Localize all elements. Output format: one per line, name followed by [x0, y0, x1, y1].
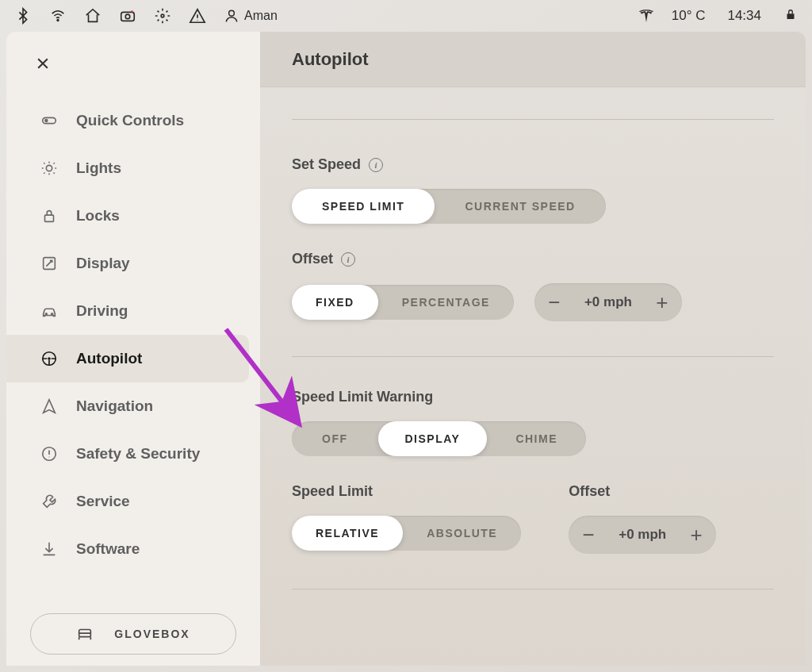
glovebox-button[interactable]: GLOVEBOX — [30, 613, 236, 655]
set-speed-label: Set Speed i — [292, 156, 774, 173]
sidebar-item-label: Autopilot — [76, 350, 142, 367]
info-icon[interactable]: i — [369, 158, 383, 172]
sidebar-item-safety-security[interactable]: Safety & Security — [6, 430, 249, 478]
svg-rect-1 — [121, 12, 135, 21]
section-divider — [292, 119, 774, 120]
offset2-minus-button[interactable]: − — [569, 516, 608, 554]
svg-rect-6 — [787, 13, 795, 19]
slw-option-off[interactable]: OFF — [292, 421, 378, 456]
offset-option-percentage[interactable]: PERCENTAGE — [378, 285, 514, 320]
offset2-stepper: − +0 mph + — [569, 516, 716, 554]
homelink-icon[interactable] — [84, 7, 102, 25]
navigation-icon — [40, 397, 59, 416]
svg-point-12 — [45, 313, 47, 315]
svg-point-5 — [229, 10, 235, 16]
wifi-icon[interactable] — [49, 7, 67, 25]
speed-limit-warning-label: Speed Limit Warning — [292, 389, 774, 405]
glovebox-label: GLOVEBOX — [114, 628, 190, 640]
close-button[interactable] — [25, 46, 60, 81]
speed-limit-option-relative[interactable]: RELATIVE — [292, 516, 403, 551]
svg-point-15 — [48, 357, 51, 360]
profile-button[interactable]: Aman — [224, 8, 278, 24]
sidebar-item-label: Lights — [76, 159, 121, 177]
alert-circle-icon — [40, 444, 59, 463]
svg-point-2 — [125, 14, 130, 19]
temperature-display: 10° C — [672, 8, 706, 24]
slw-option-display[interactable]: DISPLAY — [378, 421, 488, 456]
warning-icon[interactable] — [189, 7, 206, 25]
fan-icon[interactable] — [154, 7, 171, 25]
sidebar-item-locks[interactable]: Locks — [6, 192, 249, 240]
sidebar-item-label: Navigation — [76, 397, 153, 415]
display-icon — [40, 254, 59, 273]
offset-minus-button[interactable]: − — [534, 283, 574, 321]
sidebar-item-label: Quick Controls — [76, 112, 184, 129]
offset-stepper: − +0 mph + — [534, 283, 682, 321]
svg-point-9 — [46, 165, 52, 171]
set-speed-segment: SPEED LIMIT CURRENT SPEED — [292, 189, 606, 224]
offset-label: Offset i — [292, 251, 774, 267]
settings-window: Quick Controls Lights Locks Display Driv… — [6, 32, 806, 666]
info-icon[interactable]: i — [341, 252, 355, 267]
svg-point-8 — [44, 119, 48, 123]
offset-plus-button[interactable]: + — [642, 283, 682, 321]
speed-limit-segment: RELATIVE ABSOLUTE — [292, 516, 521, 551]
download-icon — [40, 540, 59, 559]
offset2-label: Offset — [569, 483, 716, 500]
sidebar-item-service[interactable]: Service — [6, 478, 249, 525]
toggle-icon — [40, 111, 59, 130]
svg-point-4 — [161, 14, 164, 17]
offset-option-fixed[interactable]: FIXED — [292, 285, 378, 320]
svg-point-0 — [57, 20, 59, 21]
set-speed-option-speed-limit[interactable]: SPEED LIMIT — [292, 189, 435, 224]
svg-point-3 — [131, 10, 133, 13]
sidebar-item-autopilot[interactable]: Autopilot — [6, 335, 249, 382]
settings-content: Autopilot Set Speed i SPEED LIMIT CURREN… — [260, 32, 806, 666]
sidebar-item-display[interactable]: Display — [6, 240, 249, 287]
sidebar-item-driving[interactable]: Driving — [6, 287, 249, 335]
tesla-logo-icon — [638, 6, 654, 25]
set-speed-option-current-speed[interactable]: CURRENT SPEED — [435, 189, 605, 224]
page-title: Autopilot — [260, 32, 806, 87]
lights-icon — [40, 159, 59, 178]
sidebar-item-quick-controls[interactable]: Quick Controls — [6, 97, 249, 144]
sidebar-item-software[interactable]: Software — [6, 525, 249, 573]
offset-type-segment: FIXED PERCENTAGE — [292, 285, 514, 320]
wrench-icon — [40, 492, 59, 511]
lock-icon — [40, 206, 59, 225]
speed-limit-option-absolute[interactable]: ABSOLUTE — [403, 516, 521, 551]
sidebar-item-lights[interactable]: Lights — [6, 144, 249, 192]
section-divider — [292, 589, 774, 589]
settings-sidebar: Quick Controls Lights Locks Display Driv… — [6, 32, 260, 666]
sidebar-item-label: Safety & Security — [76, 445, 200, 463]
offset-value: +0 mph — [574, 294, 642, 310]
time-display: 14:34 — [727, 8, 761, 24]
status-bar: Aman 10° C 14:34 — [0, 0, 812, 32]
svg-point-13 — [52, 313, 53, 315]
sidebar-item-navigation[interactable]: Navigation — [6, 382, 249, 430]
profile-name: Aman — [244, 9, 278, 23]
offset2-value: +0 mph — [608, 527, 676, 543]
offset2-plus-button[interactable]: + — [676, 516, 716, 554]
steering-wheel-icon — [40, 349, 59, 368]
car-icon — [40, 301, 59, 321]
sidebar-item-label: Driving — [76, 302, 128, 320]
svg-rect-10 — [45, 215, 54, 221]
lock-icon[interactable] — [783, 7, 798, 25]
sidebar-item-label: Software — [76, 540, 140, 558]
section-divider — [292, 356, 774, 357]
dashcam-icon[interactable] — [119, 7, 136, 25]
speed-limit-warning-segment: OFF DISPLAY CHIME — [292, 421, 586, 456]
slw-option-chime[interactable]: CHIME — [487, 421, 586, 456]
glovebox-icon — [76, 625, 94, 643]
sidebar-item-label: Display — [76, 255, 130, 272]
sidebar-item-label: Service — [76, 493, 130, 510]
sidebar-item-label: Locks — [76, 207, 120, 225]
bluetooth-icon[interactable] — [14, 7, 32, 25]
speed-limit-label: Speed Limit — [292, 483, 521, 500]
